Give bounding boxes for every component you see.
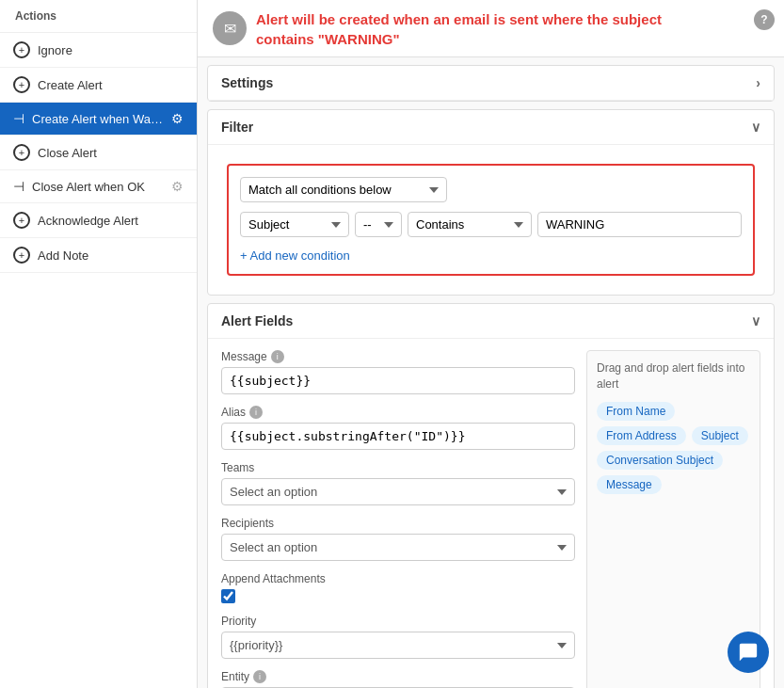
- bracket-icon: ⊣: [13, 111, 24, 126]
- teams-group: Teams Select an option: [221, 461, 575, 505]
- sidebar-item-acknowledge-alert[interactable]: + Acknowledge Alert: [0, 203, 197, 238]
- plus-circle-icon: +: [13, 76, 30, 93]
- alert-title: Alert will be created when an email is s…: [256, 9, 662, 49]
- filter-box: Match all conditions below Match any con…: [227, 164, 755, 276]
- alert-form: Message i Alias i Teams: [221, 350, 575, 688]
- message-info-icon[interactable]: i: [271, 350, 284, 363]
- filter-section: Filter ∨ Match all conditions below Matc…: [207, 109, 775, 296]
- append-attachments-group: Append Attachments: [221, 572, 575, 603]
- condition-value-input[interactable]: [537, 212, 742, 237]
- message-label: Message i: [221, 350, 575, 363]
- settings-header[interactable]: Settings ›: [208, 66, 774, 101]
- append-attachments-row: [221, 589, 575, 603]
- gear-icon[interactable]: ⚙: [171, 179, 184, 194]
- append-attachments-checkbox[interactable]: [221, 589, 235, 603]
- plus-circle-icon: +: [13, 144, 30, 161]
- sidebar-item-ignore[interactable]: + Ignore: [0, 33, 197, 68]
- match-condition-select[interactable]: Match all conditions below Match any con…: [240, 177, 447, 202]
- priority-group: Priority {{priority}}: [221, 615, 575, 659]
- condition-field-select[interactable]: Subject From Name From Address Message: [240, 212, 349, 237]
- sidebar-item-label: Acknowledge Alert: [38, 214, 184, 228]
- field-tag-from-name[interactable]: From Name: [597, 402, 675, 421]
- email-icon: ✉: [213, 11, 247, 45]
- plus-circle-icon: +: [13, 41, 30, 58]
- field-tag-from-address[interactable]: From Address: [597, 426, 686, 445]
- alias-input[interactable]: [221, 423, 575, 450]
- sidebar-item-close-alert[interactable]: + Close Alert: [0, 136, 197, 170]
- drag-drop-title: Drag and drop alert fields into alert: [597, 360, 750, 392]
- chat-widget-button[interactable]: [728, 632, 769, 673]
- append-attachments-label: Append Attachments: [221, 572, 575, 585]
- condition-operator2-select[interactable]: Contains Does not contain Equals: [408, 212, 532, 237]
- main-content: ✉ Alert will be created when an email is…: [198, 0, 784, 688]
- message-input[interactable]: [221, 367, 575, 394]
- priority-label: Priority: [221, 615, 575, 628]
- sidebar-item-label: Add Note: [38, 248, 184, 263]
- entity-info-icon[interactable]: i: [253, 670, 266, 683]
- alert-fields-body: Message i Alias i Teams: [208, 339, 774, 688]
- field-tag-conversation-subject[interactable]: Conversation Subject: [597, 451, 723, 470]
- sidebar-item-label: Close Alert: [38, 146, 184, 160]
- priority-select[interactable]: {{priority}}: [221, 632, 575, 659]
- recipients-select[interactable]: Select an option: [221, 534, 575, 561]
- teams-select[interactable]: Select an option: [221, 478, 575, 505]
- alert-fields-header[interactable]: Alert Fields ∨: [208, 304, 774, 339]
- top-banner: ✉ Alert will be created when an email is…: [198, 0, 784, 57]
- chevron-right-icon: ›: [756, 75, 760, 90]
- alert-fields-section: Alert Fields ∨ Message i Alias i: [207, 303, 775, 688]
- actions-label: Actions: [0, 0, 197, 33]
- message-group: Message i: [221, 350, 575, 394]
- recipients-group: Recipients Select an option: [221, 517, 575, 561]
- condition-operator1-select[interactable]: --: [355, 212, 402, 237]
- add-condition-link[interactable]: + Add new condition: [240, 248, 350, 263]
- sidebar-item-label: Ignore: [38, 43, 184, 57]
- teams-label: Teams: [221, 461, 575, 474]
- sidebar-item-label: Close Alert when OK: [32, 180, 164, 194]
- filter-header[interactable]: Filter ∨: [208, 110, 774, 145]
- bracket-icon: ⊣: [13, 179, 24, 194]
- chevron-down-icon: ∨: [751, 313, 760, 328]
- match-row: Match all conditions below Match any con…: [240, 177, 742, 202]
- alias-info-icon[interactable]: i: [249, 406, 263, 419]
- plus-circle-icon: +: [13, 212, 30, 229]
- alias-label: Alias i: [221, 406, 575, 419]
- alert-title-text: Alert will be created when an email is s…: [256, 9, 662, 49]
- sidebar-item-label: Create Alert: [38, 78, 184, 92]
- sidebar-item-create-alert-warning[interactable]: ⊣ Create Alert when Warni... ⚙: [0, 103, 197, 136]
- condition-row: Subject From Name From Address Message -…: [240, 212, 742, 237]
- chevron-down-icon: ∨: [751, 120, 760, 135]
- sidebar-item-add-note[interactable]: + Add Note: [0, 238, 197, 273]
- entity-group: Entity i: [221, 670, 575, 688]
- recipients-label: Recipients: [221, 517, 575, 530]
- settings-section: Settings ›: [207, 65, 775, 102]
- sidebar-item-create-alert[interactable]: + Create Alert: [0, 68, 197, 103]
- field-tags-container: From Name From Address Subject Conversat…: [597, 402, 750, 494]
- sidebar: Actions + Ignore + Create Alert ⊣ Create…: [0, 0, 198, 688]
- settings-label: Settings: [221, 75, 273, 90]
- field-tag-subject[interactable]: Subject: [692, 426, 748, 445]
- entity-label: Entity i: [221, 670, 575, 683]
- help-button[interactable]: ?: [754, 9, 775, 30]
- alias-group: Alias i: [221, 406, 575, 450]
- field-tag-message[interactable]: Message: [597, 475, 662, 494]
- sidebar-item-close-alert-when-ok[interactable]: ⊣ Close Alert when OK ⚙: [0, 170, 197, 203]
- alert-fields-label: Alert Fields: [221, 313, 293, 328]
- plus-circle-icon: +: [13, 247, 30, 264]
- filter-label: Filter: [221, 120, 253, 135]
- gear-icon[interactable]: ⚙: [171, 111, 184, 126]
- sidebar-item-label: Create Alert when Warni...: [32, 112, 164, 126]
